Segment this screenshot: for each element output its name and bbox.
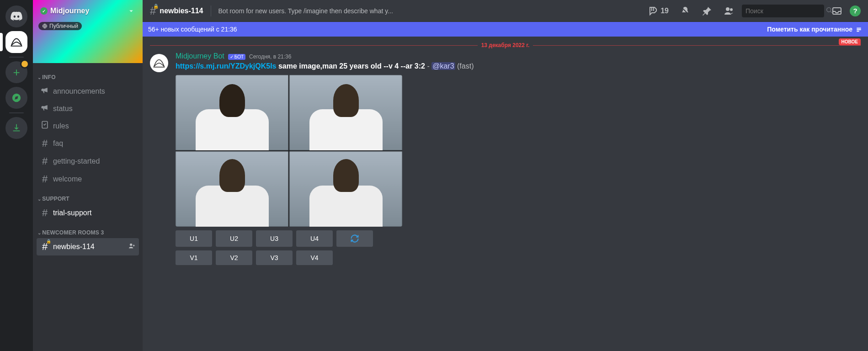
svg-rect-8 [857,29,861,30]
mute-button[interactable] [676,5,694,16]
channel-label: status [53,105,73,113]
action-buttons: U1U2U3U4 V1V2V3V4 [176,230,861,265]
new-messages-bar[interactable]: 56+ новых сообщений с 21:36 Пометить как… [143,22,868,37]
channel-label: trial-support [53,209,91,217]
update-badge [20,59,29,69]
new-pill: НОВОЕ [839,38,861,45]
prompt-link[interactable]: https://s.mj.run/YZDykjQK5Is [176,62,276,70]
category-newcomer-rooms-3[interactable]: ⌄ NEWCOMER ROOMS 3 [37,222,143,238]
inbox-icon [831,5,842,16]
channel-label: rules [53,122,69,130]
chevron-down-icon: ⌄ [37,75,41,80]
svg-rect-7 [857,28,861,29]
globe-icon [42,23,48,29]
upscale-u3-button[interactable]: U3 [256,230,293,247]
channel-topbar: #🔒 newbies-114 Bot room for new users. T… [143,0,868,22]
topbar-separator [211,5,211,16]
main-panel: #🔒 newbies-114 Bot room for new users. T… [143,0,868,351]
threads-button[interactable]: 19 [644,5,672,16]
add-server-button[interactable]: + [5,61,27,83]
plus-icon: + [13,65,20,80]
new-messages-text: 56+ новых сообщений с 21:36 [148,26,237,33]
grid-image-1 [176,75,288,150]
download-apps-button[interactable] [5,117,27,139]
upscale-u4-button[interactable]: U4 [296,230,333,247]
channel-rules[interactable]: rules [37,117,139,134]
grid-image-2 [289,75,402,150]
channel-title: newbies-114 [160,7,203,15]
category-support[interactable]: ⌄ SUPPORT [37,188,143,204]
chevron-down-icon: ⌄ [37,197,41,202]
download-icon [11,123,21,133]
channel-label: getting-started [53,157,100,165]
prompt-text: same image,man 25 years old --v 4 --ar 3… [276,62,425,70]
server-divider-2 [9,112,24,113]
channel-announcements[interactable]: announcements [37,83,139,100]
bot-tag: ✓ БОТ [228,54,245,60]
midjourney-icon [10,35,23,49]
server-list: + [0,0,33,351]
verified-icon: ✓ [40,7,48,15]
channel-faq[interactable]: #faq [37,135,139,152]
bell-mute-icon [680,5,691,16]
upscale-u2-button[interactable]: U2 [216,230,252,247]
image-attachment[interactable] [176,75,402,227]
server-header[interactable]: ✓ Midjourney [33,0,143,22]
threads-icon [648,5,659,16]
channel-label: announcements [53,87,105,96]
channel-getting-started[interactable]: #getting-started [37,153,139,170]
variation-v4-button[interactable]: V4 [296,250,333,265]
channel-status[interactable]: status [37,100,139,117]
search-input[interactable] [746,7,825,15]
people-icon [724,5,735,16]
grid-image-3 [176,151,288,227]
reroll-button[interactable] [336,230,373,247]
avatar[interactable] [150,54,168,72]
create-invite-icon[interactable] [128,242,135,251]
server-banner: ✓ Midjourney Публичный [33,0,143,63]
server-name: Midjourney [50,7,89,15]
channel-topic[interactable]: Bot room for new users. Type /imagine th… [218,7,393,15]
megaphone-icon [40,103,49,114]
chevron-down-icon [127,7,135,15]
channel-list[interactable]: ⌄ INFOannouncementsstatusrules#faq#getti… [33,63,143,351]
hash-icon: # [40,138,49,149]
pin-icon [702,5,713,16]
message-author[interactable]: Midjourney Bot [176,52,224,60]
server-midjourney[interactable] [5,31,27,53]
hash-icon: # [40,155,49,167]
pinned-button[interactable] [698,5,716,16]
message-content: https://s.mj.run/YZDykjQK5Is same image,… [176,61,861,71]
channel-label: faq [53,139,63,148]
explore-servers-button[interactable] [5,87,27,109]
mention[interactable]: @kar3 [431,62,455,70]
hash-icon: # [40,173,49,185]
variation-v1-button[interactable]: V1 [176,250,212,265]
message-list[interactable]: 13 декабря 2022 г. НОВОЕ Midjourney Bot … [143,37,868,351]
mark-read-icon [855,26,863,33]
inbox-button[interactable] [828,5,846,16]
discord-logo-icon [10,10,23,23]
message-timestamp: Сегодня, в 21:36 [249,53,291,60]
hash-lock-icon: #🔒 [150,5,156,17]
upscale-u1-button[interactable]: U1 [176,230,212,247]
channel-newbies-114[interactable]: #🔒newbies-114 [37,238,139,255]
home-button[interactable] [5,5,27,27]
channel-welcome[interactable]: #welcome [37,170,139,188]
variation-v3-button[interactable]: V3 [256,250,293,265]
search-box[interactable] [742,5,824,17]
date-divider: 13 декабря 2022 г. НОВОЕ [150,42,861,48]
channel-label: welcome [53,175,82,183]
members-button[interactable] [720,5,738,16]
help-button[interactable]: ? [850,5,861,16]
mark-read-button[interactable]: Пометить как прочитанное [767,26,863,33]
channel-trial-support[interactable]: #trial-support [37,204,139,222]
megaphone-icon [40,85,49,97]
svg-point-2 [130,244,132,246]
svg-point-4 [730,8,733,11]
variation-v2-button[interactable]: V2 [216,250,252,265]
grid-image-4 [289,151,402,227]
category-info[interactable]: ⌄ INFO [37,67,143,82]
svg-rect-9 [857,31,859,32]
mode-label: (fast) [455,62,474,70]
